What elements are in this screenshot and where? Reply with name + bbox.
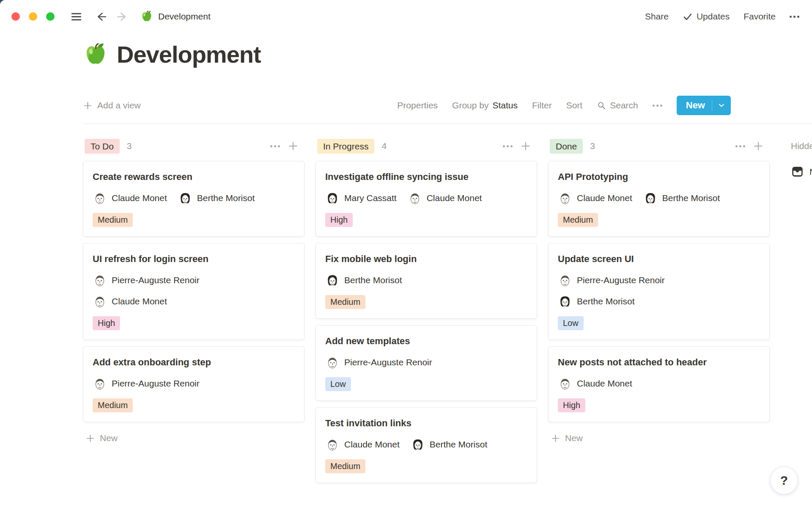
top-bar: Development Share Updates Favorite [0, 0, 812, 33]
card[interactable]: Add extra onboarding step Pierre-Auguste… [83, 346, 304, 422]
assignee-name: Pierre-Auguste Renoir [112, 275, 200, 285]
avatar-woman-sketch-icon [643, 191, 658, 205]
more-options-icon[interactable] [790, 16, 799, 18]
breadcrumb-title: Development [158, 11, 211, 22]
avatar-man-sketch-icon [93, 273, 107, 287]
priority-tag: High [325, 213, 353, 227]
column-add-icon[interactable] [520, 141, 531, 152]
plus-icon [551, 433, 560, 443]
assignee: Berthe Morisot [558, 294, 760, 309]
inbox-icon [791, 165, 804, 178]
assignee: Claude Monet [408, 191, 482, 205]
hidden-groups-label[interactable]: Hidden [791, 134, 812, 158]
favorite-button[interactable]: Favorite [743, 11, 776, 22]
page-icon-green-apple[interactable] [83, 42, 108, 67]
card[interactable]: Fix mobile web login Berthe Morisot Medi… [315, 243, 537, 319]
add-view-label: Add a view [97, 100, 141, 110]
card[interactable]: Create rewards screen Claude Monet Berth… [83, 161, 304, 237]
assignee-name: Claude Monet [577, 193, 632, 203]
avatar-man-sketch-icon [558, 376, 572, 391]
column-more-icon[interactable] [503, 145, 513, 147]
avatar-man-sketch-icon [558, 273, 572, 287]
assignee-name: Claude Monet [427, 193, 482, 203]
share-button[interactable]: Share [645, 11, 669, 22]
sort-button[interactable]: Sort [566, 100, 583, 110]
card-title: Fix mobile web login [325, 253, 527, 265]
add-card-label: New [565, 433, 583, 443]
card-title: Update screen UI [558, 253, 760, 265]
updates-button[interactable]: Updates [683, 11, 730, 22]
card[interactable]: Investigate offline syncing issue Mary C… [315, 161, 537, 237]
breadcrumb[interactable]: Development [140, 10, 211, 23]
avatar-woman-sketch-icon [558, 294, 572, 309]
hidden-groups: Hidden No Status [781, 134, 812, 178]
green-apple-icon [140, 10, 153, 23]
card-title: New posts not attached to header [558, 356, 760, 369]
new-button[interactable]: New [677, 96, 731, 115]
add-card-button[interactable]: New [83, 433, 304, 443]
assignee-name: Pierre-Auguste Renoir [112, 378, 200, 389]
column-done: Done 3 API Prototyping Claude Monet [548, 134, 770, 443]
card[interactable]: Update screen UI Pierre-Auguste Renoir B… [548, 243, 770, 340]
search-button[interactable]: Search [597, 100, 638, 110]
help-button[interactable]: ? [770, 467, 798, 494]
assignee: Berthe Morisot [411, 437, 488, 452]
view-more-icon[interactable] [653, 105, 662, 107]
assignee: Berthe Morisot [325, 273, 402, 287]
priority-tag: Medium [325, 295, 365, 309]
column-add-icon[interactable] [753, 141, 764, 152]
sidebar-menu-icon[interactable] [70, 10, 83, 23]
column-badge[interactable]: To Do [85, 139, 120, 154]
page-title[interactable]: Development [117, 41, 261, 68]
new-button-label: New [677, 100, 712, 111]
group-by-button[interactable]: Group by Status [452, 100, 518, 110]
zoom-window-icon[interactable] [46, 12, 55, 21]
column-in-progress: In Progress 4 Investigate offline syncin… [315, 134, 537, 483]
priority-tag: High [93, 316, 120, 330]
hidden-group-no-status[interactable]: No Status [791, 165, 812, 178]
avatar-woman-sketch-icon [325, 191, 340, 205]
toolbar-divider [83, 124, 812, 124]
card[interactable]: UI refresh for login screen Pierre-Augus… [83, 243, 304, 340]
column-badge[interactable]: Done [550, 139, 583, 154]
column-badge[interactable]: In Progress [317, 139, 374, 154]
add-card-button[interactable]: New [548, 433, 770, 443]
minimize-window-icon[interactable] [29, 12, 37, 21]
back-arrow-icon[interactable] [95, 10, 108, 23]
column-more-icon[interactable] [735, 145, 745, 147]
forward-arrow-icon[interactable] [115, 10, 129, 23]
assignee: Mary Cassatt [325, 191, 397, 205]
check-icon [683, 11, 693, 22]
priority-tag: Medium [558, 213, 598, 227]
avatar-man-sketch-icon [558, 191, 572, 205]
card[interactable]: Add new templates Pierre-Auguste Renoir … [315, 325, 537, 401]
assignee-name: Pierre-Auguste Renoir [577, 275, 665, 285]
group-by-value: Status [492, 100, 518, 110]
filter-button[interactable]: Filter [532, 100, 552, 110]
assignee: Claude Monet [558, 376, 632, 391]
card[interactable]: API Prototyping Claude Monet Berthe Mori… [548, 161, 770, 237]
column-header: Done 3 [548, 134, 770, 158]
new-button-chevron[interactable] [712, 101, 731, 110]
column-add-icon[interactable] [288, 141, 299, 152]
card[interactable]: New posts not attached to header Claude … [548, 346, 770, 422]
assignee: Claude Monet [325, 437, 400, 452]
assignee: Berthe Morisot [178, 191, 255, 205]
close-window-icon[interactable] [11, 12, 20, 21]
view-toolbar: Add a view Properties Group by Status Fi… [83, 94, 812, 117]
avatar-man-sketch-icon [408, 191, 422, 205]
assignee: Claude Monet [558, 191, 632, 205]
properties-button[interactable]: Properties [397, 100, 438, 110]
add-view-button[interactable]: Add a view [83, 100, 141, 110]
column-count: 3 [127, 141, 132, 151]
updates-label: Updates [697, 11, 730, 22]
priority-tag: Medium [325, 459, 365, 473]
assignee-name: Pierre-Auguste Renoir [344, 357, 432, 367]
assignee: Pierre-Auguste Renoir [558, 273, 760, 287]
column-more-icon[interactable] [270, 145, 280, 147]
card-title: Test invitation links [325, 417, 527, 430]
search-icon [597, 101, 606, 110]
card[interactable]: Test invitation links Claude Monet Berth… [315, 407, 537, 483]
search-label: Search [610, 100, 638, 110]
assignee-name: Claude Monet [112, 193, 167, 203]
